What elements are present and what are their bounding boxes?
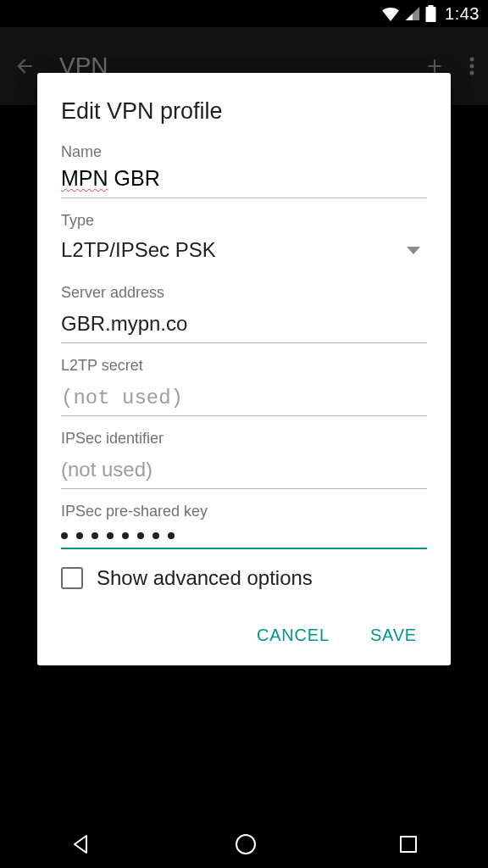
server-input[interactable] xyxy=(61,307,427,343)
psk-field-group: IPSec pre-shared key xyxy=(61,503,427,549)
l2tp-secret-input[interactable] xyxy=(61,380,427,416)
name-field-group: Name MPN GBR xyxy=(61,143,427,198)
status-bar: 1:43 xyxy=(0,0,488,27)
save-button[interactable]: SAVE xyxy=(367,619,420,652)
cancel-button[interactable]: CANCEL xyxy=(253,619,333,652)
type-dropdown[interactable]: L2TP/IPSec PSK xyxy=(61,235,427,270)
ipsec-id-field-group: IPSec identifier xyxy=(61,430,427,489)
spell-error-text: MPN xyxy=(61,166,108,190)
l2tp-secret-field-group: L2TP secret xyxy=(61,357,427,416)
server-field-group: Server address xyxy=(61,284,427,343)
dialog-actions: CANCEL SAVE xyxy=(61,619,427,652)
server-label: Server address xyxy=(61,284,427,302)
name-input[interactable]: MPN GBR xyxy=(61,166,427,198)
type-label: Type xyxy=(61,212,427,230)
psk-input[interactable] xyxy=(61,526,427,549)
wifi-icon xyxy=(381,6,400,21)
svg-rect-6 xyxy=(401,837,416,852)
advanced-label: Show advanced options xyxy=(97,566,313,590)
edit-vpn-dialog: Edit VPN profile Name MPN GBR Type L2TP/… xyxy=(37,73,451,665)
type-field-group: Type L2TP/IPSec PSK xyxy=(61,212,427,270)
svg-rect-0 xyxy=(426,7,436,22)
navigation-bar xyxy=(0,821,488,868)
ipsec-id-input[interactable] xyxy=(61,453,427,489)
cell-signal-icon xyxy=(405,6,420,21)
psk-label: IPSec pre-shared key xyxy=(61,503,427,520)
ipsec-id-label: IPSec identifier xyxy=(61,430,427,448)
nav-home-icon[interactable] xyxy=(233,832,258,857)
clock: 1:43 xyxy=(445,4,480,24)
chevron-down-icon xyxy=(407,247,420,254)
svg-point-5 xyxy=(236,835,255,854)
svg-rect-1 xyxy=(429,5,434,8)
nav-back-icon[interactable] xyxy=(69,832,93,856)
name-label: Name xyxy=(61,143,427,161)
l2tp-secret-label: L2TP secret xyxy=(61,357,427,375)
dialog-title: Edit VPN profile xyxy=(61,98,427,125)
type-value: L2TP/IPSec PSK xyxy=(61,238,216,262)
nav-recent-icon[interactable] xyxy=(398,834,419,854)
advanced-options-row[interactable]: Show advanced options xyxy=(61,566,427,590)
battery-icon xyxy=(425,5,436,22)
advanced-checkbox[interactable] xyxy=(61,567,83,589)
